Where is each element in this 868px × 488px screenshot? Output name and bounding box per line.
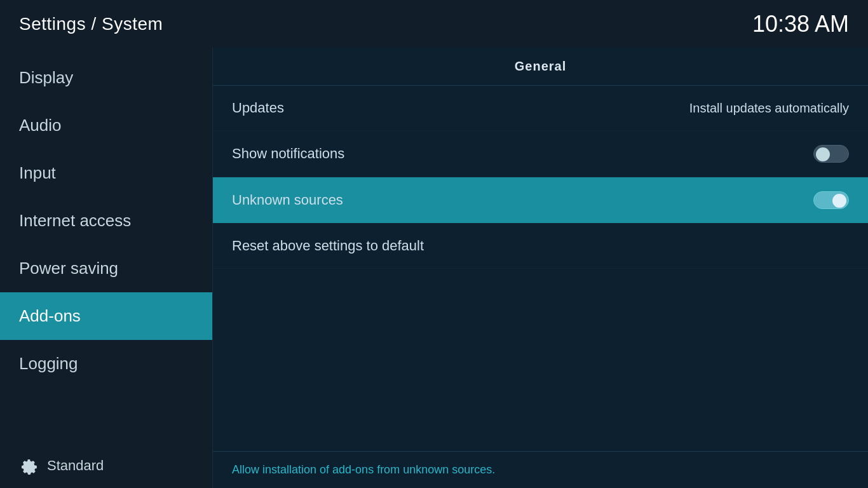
- setting-label-show-notifications: Show notifications: [232, 146, 344, 162]
- settings-level-label: Standard: [47, 458, 104, 474]
- toggle-knob-unknown-sources: [832, 194, 846, 208]
- sidebar-footer[interactable]: Standard: [0, 444, 212, 488]
- setting-row-unknown-sources[interactable]: Unknown sources: [213, 177, 868, 224]
- sidebar-label-display: Display: [19, 68, 73, 88]
- setting-label-reset: Reset above settings to default: [232, 238, 424, 254]
- clock: 10:38 AM: [752, 11, 849, 37]
- toggle-show-notifications[interactable]: [813, 145, 849, 163]
- content-footer: Allow installation of add-ons from unkno…: [213, 451, 868, 488]
- toggle-unknown-sources[interactable]: [813, 191, 849, 209]
- sidebar-label-logging: Logging: [19, 354, 78, 374]
- sidebar: Display Audio Input Internet access Powe…: [0, 48, 213, 488]
- setting-label-unknown-sources: Unknown sources: [232, 192, 343, 208]
- footer-hint: Allow installation of add-ons from unkno…: [232, 463, 495, 476]
- toggle-knob-show-notifications: [816, 147, 830, 161]
- sidebar-label-add-ons: Add-ons: [19, 306, 81, 326]
- setting-row-show-notifications[interactable]: Show notifications: [213, 131, 868, 177]
- section-title: General: [515, 59, 566, 73]
- sidebar-label-audio: Audio: [19, 116, 62, 135]
- sidebar-label-power-saving: Power saving: [19, 259, 118, 278]
- main-layout: Display Audio Input Internet access Powe…: [0, 48, 868, 488]
- setting-row-reset[interactable]: Reset above settings to default: [213, 224, 868, 269]
- setting-label-updates: Updates: [232, 100, 284, 116]
- sidebar-item-power-saving[interactable]: Power saving: [0, 245, 212, 292]
- sidebar-label-internet-access: Internet access: [19, 211, 131, 231]
- sidebar-item-logging[interactable]: Logging: [0, 340, 212, 388]
- setting-value-updates: Install updates automatically: [689, 101, 849, 116]
- sidebar-item-audio[interactable]: Audio: [0, 102, 212, 149]
- header: Settings / System 10:38 AM: [0, 0, 868, 48]
- gear-icon: [19, 456, 38, 475]
- section-header: General: [213, 48, 868, 86]
- sidebar-item-internet-access[interactable]: Internet access: [0, 197, 212, 245]
- sidebar-item-input[interactable]: Input: [0, 149, 212, 197]
- content-area: General Updates Install updates automati…: [213, 48, 868, 488]
- page-title: Settings / System: [19, 14, 163, 34]
- setting-row-updates[interactable]: Updates Install updates automatically: [213, 86, 868, 131]
- sidebar-item-display[interactable]: Display: [0, 54, 212, 102]
- settings-list: Updates Install updates automatically Sh…: [213, 86, 868, 451]
- sidebar-item-add-ons[interactable]: Add-ons: [0, 292, 212, 340]
- sidebar-label-input: Input: [19, 163, 56, 183]
